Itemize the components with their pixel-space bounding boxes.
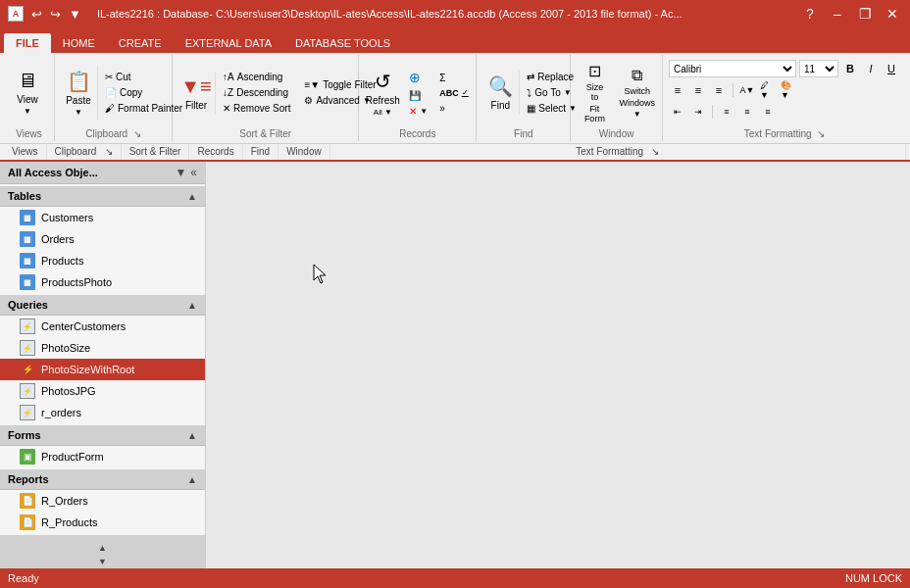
report-icon: 📄 — [20, 493, 35, 509]
align-right-button[interactable]: ≡ — [710, 81, 728, 99]
customers-label: Customers — [41, 212, 93, 223]
query-icon: ⚡ — [20, 318, 35, 334]
nav-item-photo-size-with-root[interactable]: ⚡ PhotoSizeWithRoot — [0, 359, 205, 380]
tab-database-tools[interactable]: DATABASE TOOLS — [283, 33, 402, 53]
font-size-select[interactable]: 11 — [799, 60, 838, 77]
nav-pane-content: Tables ▲ ▦ Customers ▦ Orders ▦ Products… — [0, 184, 205, 541]
forms-section-title: Forms — [8, 429, 41, 441]
switch-windows-button[interactable]: ⧉ Switch Windows ▼ — [616, 62, 658, 123]
ribbon-group-views: 🖥 View ▼ Views — [4, 55, 55, 141]
descending-button[interactable]: ↓ZDescending — [218, 85, 295, 100]
nav-pane-collapse-button[interactable]: ▼ — [175, 166, 186, 179]
spelling-button[interactable]: ABC✓ — [434, 86, 474, 100]
refresh-label: Refresh — [366, 95, 400, 106]
size-to-fit-button[interactable]: ⊡ Size to Fit Form — [575, 57, 614, 128]
nav-item-orders[interactable]: ▦ Orders — [0, 228, 205, 250]
tables-section-header[interactable]: Tables ▲ — [0, 186, 205, 207]
status-text: Ready — [8, 572, 39, 584]
font-family-select[interactable]: Calibri — [669, 60, 796, 77]
refresh-all-button[interactable]: ↺ Refresh All ▼ — [363, 65, 402, 122]
new-record-button[interactable]: ⊕ — [404, 68, 432, 87]
switch-label: Switch — [624, 86, 650, 96]
paste-button[interactable]: 📋 Paste ▼ — [59, 65, 98, 122]
tab-home[interactable]: HOME — [51, 33, 107, 53]
totals-button[interactable]: Σ — [434, 71, 474, 85]
ribbon-tabs: FILE HOME CREATE EXTERNAL DATA DATABASE … — [0, 27, 910, 53]
nav-item-r-orders[interactable]: ⚡ r_orders — [0, 402, 205, 423]
view-label: View — [17, 94, 38, 105]
nav-item-center-customers[interactable]: ⚡ CenterCustomers — [0, 316, 205, 337]
tab-file[interactable]: FILE — [4, 33, 51, 53]
remove-sort-label: Remove Sort — [233, 103, 290, 114]
nav-item-customers[interactable]: ▦ Customers — [0, 207, 205, 228]
photo-size-with-root-label: PhotoSizeWithRoot — [41, 364, 134, 375]
delete-button[interactable]: ✕▼ — [404, 104, 432, 119]
tables-section-title: Tables — [8, 190, 41, 202]
list-button[interactable]: ≡ — [718, 103, 735, 121]
ribbon-group-window: ⊡ Size to Fit Form ⧉ Switch Windows ▼ Wi… — [571, 55, 663, 141]
highlight-button[interactable]: 🖊▼ — [759, 81, 777, 99]
minimize-button[interactable]: – — [828, 6, 847, 22]
ribbon-group-find: 🔍 Find ⇄Replace ⤵Go To▼ ▦Select▼ Find — [477, 55, 571, 141]
descending-label: Descending — [236, 87, 288, 98]
maximize-button[interactable]: ❐ — [855, 6, 875, 22]
navigation-pane: All Access Obje... ▼ « Tables ▲ ▦ Custom… — [0, 162, 206, 568]
undo-button[interactable]: ↩ — [29, 7, 44, 22]
underline-button[interactable]: U — [883, 60, 900, 77]
nav-item-products-photo[interactable]: ▦ ProductsPhoto — [0, 271, 205, 293]
nav-pane-hide-button[interactable]: « — [190, 166, 197, 179]
remove-sort-button[interactable]: ✕Remove Sort — [218, 101, 295, 116]
indent-right-button[interactable]: ⇥ — [689, 103, 707, 121]
svg-marker-0 — [314, 265, 326, 283]
app-icon: A — [8, 6, 24, 22]
list3-button[interactable]: ≡ — [759, 103, 777, 121]
content-area — [206, 162, 910, 568]
form-icon: ▣ — [20, 449, 35, 465]
table-icon: ▦ — [20, 274, 35, 290]
bg-color-button[interactable]: 🎨▼ — [780, 81, 797, 99]
nav-item-r-orders-report[interactable]: 📄 R_Orders — [0, 490, 205, 512]
sort-filter-group-label: Sort & Filter — [177, 128, 354, 139]
find-button[interactable]: 🔍 Find — [480, 70, 520, 116]
query-sel-icon: ⚡ — [20, 362, 35, 377]
query-icon: ⚡ — [20, 405, 35, 420]
italic-button[interactable]: I — [862, 60, 880, 77]
ribbon: 🖥 View ▼ Views 📋 Paste ▼ ✂Cut 📄Copy 🖌For… — [0, 53, 910, 144]
redo-button[interactable]: ↪ — [48, 7, 63, 22]
nav-item-photos-jpg[interactable]: ⚡ PhotosJPG — [0, 380, 205, 402]
reports-section-header[interactable]: Reports ▲ — [0, 469, 205, 490]
align-center-button[interactable]: ≡ — [689, 81, 707, 99]
save-button[interactable]: 💾 — [404, 88, 432, 103]
filter-button[interactable]: ▼≡ Filter — [177, 71, 216, 116]
close-button[interactable]: ✕ — [883, 6, 902, 22]
nav-item-products[interactable]: ▦ Products — [0, 250, 205, 271]
nav-scroll-up-button[interactable]: ▲ — [0, 541, 205, 555]
nav-item-r-products[interactable]: 📄 R_Products — [0, 512, 205, 533]
nav-scroll-down-button[interactable]: ▼ — [0, 555, 205, 568]
nav-item-product-form[interactable]: ▣ ProductForm — [0, 446, 205, 467]
title-bar-controls: ? – ❐ ✕ — [800, 6, 902, 22]
nav-item-photo-size[interactable]: ⚡ PhotoSize — [0, 337, 205, 359]
main-area: All Access Obje... ▼ « Tables ▲ ▦ Custom… — [0, 162, 910, 568]
customize-qa-button[interactable]: ▼ — [67, 7, 83, 22]
ascending-button[interactable]: ↑AAscending — [218, 70, 295, 84]
tab-external-data[interactable]: EXTERNAL DATA — [174, 33, 283, 53]
nav-pane-controls: ▼ « — [175, 166, 197, 179]
sort-filter-label: Sort & Filter — [122, 144, 190, 160]
nav-pane-header: All Access Obje... ▼ « — [0, 162, 205, 184]
tab-create[interactable]: CREATE — [107, 33, 174, 53]
r-products-label: R_Products — [41, 516, 97, 528]
queries-section-header[interactable]: Queries ▲ — [0, 295, 205, 316]
bold-button[interactable]: B — [841, 60, 859, 77]
forms-section-header[interactable]: Forms ▲ — [0, 425, 205, 446]
paste-label: Paste — [66, 95, 91, 106]
help-button[interactable]: ? — [800, 6, 820, 22]
list2-button[interactable]: ≡ — [738, 103, 756, 121]
align-left-button[interactable]: ≡ — [669, 81, 686, 99]
view-button[interactable]: 🖥 View ▼ — [8, 65, 47, 121]
font-color-button[interactable]: A▼ — [738, 81, 756, 99]
indent-left-button[interactable]: ⇤ — [669, 103, 686, 121]
ribbon-group-records: ↺ Refresh All ▼ ⊕ 💾 ✕▼ Σ ABC✓ » Records — [359, 55, 477, 141]
more-button[interactable]: » — [434, 101, 474, 116]
filter-label: Filter — [185, 100, 207, 111]
